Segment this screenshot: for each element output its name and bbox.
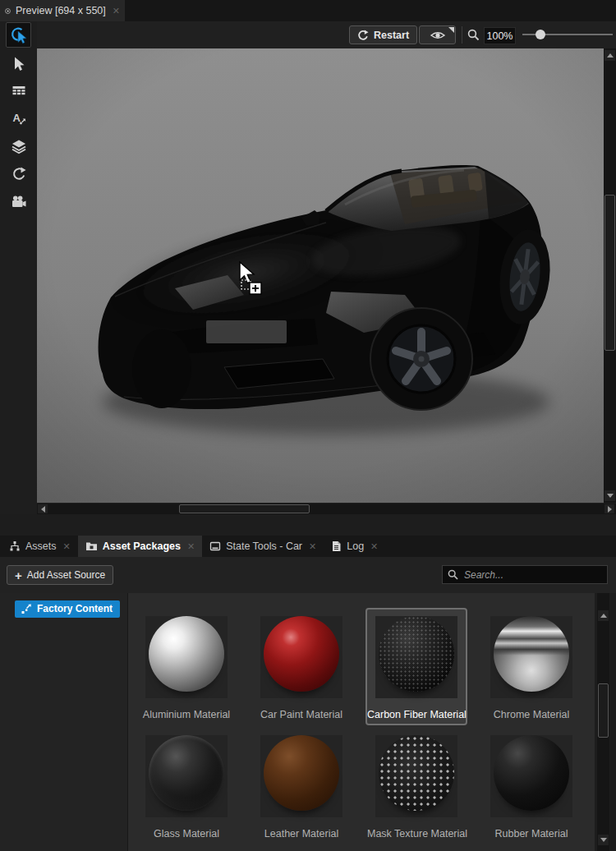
materials-scrollbar[interactable] [595, 593, 616, 851]
material-thumbnail [375, 735, 457, 817]
close-icon[interactable]: ✕ [63, 541, 71, 552]
preview-tab-title: Preview [694 x 550] [16, 5, 106, 16]
restart-button[interactable]: Restart [349, 25, 417, 44]
material-thumbnail [260, 616, 342, 698]
material-tile[interactable]: Car Paint Material [251, 608, 352, 725]
zoom-slider-handle[interactable] [536, 30, 545, 39]
redo-tool-button[interactable] [6, 161, 31, 186]
close-icon[interactable]: ✕ [370, 541, 378, 552]
camera-tool-button[interactable] [6, 189, 31, 214]
material-thumbnail [260, 735, 342, 817]
materials-scroll-thumb[interactable] [598, 683, 609, 738]
folder-icon [85, 540, 98, 552]
material-thumbnail [375, 616, 457, 698]
layers-icon [11, 138, 27, 154]
select-tool-button[interactable] [6, 51, 31, 76]
material-thumbnail [145, 616, 228, 698]
material-tile[interactable]: Glass Material [136, 727, 237, 844]
restart-label: Restart [374, 30, 409, 41]
material-tile[interactable]: Rubber Material [480, 727, 582, 844]
material-thumbnail [490, 616, 572, 698]
close-icon[interactable]: ✕ [113, 6, 120, 16]
add-asset-source-label: Add Asset Source [27, 569, 105, 581]
eye-icon [430, 30, 446, 41]
material-label: Glass Material [137, 828, 236, 840]
search-icon [448, 569, 458, 580]
material-label: Aluminium Material [137, 709, 236, 720]
material-tile[interactable]: Mask Texture Material [365, 727, 467, 844]
factory-content-label: Factory Content [37, 603, 113, 614]
select-arrow-icon [11, 56, 27, 72]
scroll-up-button[interactable] [605, 50, 615, 61]
table-view-button[interactable] [6, 78, 31, 104]
preview-tabbar: Preview [694 x 550] ✕ [0, 0, 616, 22]
viewport-canvas[interactable] [37, 48, 604, 503]
play-icon [5, 5, 11, 17]
close-icon[interactable]: ✕ [187, 541, 195, 552]
scroll-up-button[interactable] [598, 610, 609, 621]
material-label: Mask Texture Material [367, 828, 466, 840]
panel-divider-strip [0, 514, 616, 536]
window-icon [209, 540, 221, 552]
material-tile[interactable]: Chrome Material [480, 608, 582, 725]
glass-sphere [149, 735, 224, 811]
carpaint-sphere [264, 616, 339, 692]
text-translate-icon: A [11, 110, 27, 126]
tab-preview[interactable]: Preview [694 x 550] ✕ [0, 0, 125, 21]
masktexture-sphere [379, 735, 454, 811]
scroll-left-button[interactable] [38, 504, 48, 513]
aluminium-sphere [149, 616, 224, 692]
material-label: Car Paint Material [252, 709, 351, 720]
viewport-vscrollbar[interactable] [604, 48, 616, 503]
text-tool-button[interactable]: A [6, 105, 31, 131]
material-thumbnail [490, 735, 572, 817]
car-render [37, 48, 604, 503]
tab-state-tools-car[interactable]: State Tools - Car ✕ [202, 536, 324, 557]
material-label: Leather Material [252, 828, 351, 840]
rubber-sphere [494, 735, 569, 811]
close-icon[interactable]: ✕ [309, 541, 316, 552]
tool-rail: A [0, 21, 37, 514]
tab-asset-packages[interactable]: Asset Packages ✕ [78, 536, 202, 557]
tab-log[interactable]: Log ✕ [324, 536, 385, 557]
layers-tool-button[interactable] [6, 133, 31, 159]
material-tile[interactable]: Aluminium Material [136, 608, 237, 725]
tab-assets[interactable]: Assets ✕ [2, 536, 78, 557]
material-tile[interactable]: Carbon Fiber Material [365, 608, 467, 725]
visibility-button[interactable] [419, 25, 456, 44]
toolbar-separator [462, 26, 462, 44]
leather-sphere [264, 735, 339, 811]
svg-text:A: A [12, 111, 21, 123]
camera-icon [10, 193, 27, 210]
redo-arrow-icon [11, 166, 27, 182]
materials-grid: Aluminium MaterialCar Paint MaterialCarb… [136, 608, 582, 844]
tab-label: Assets [25, 540, 57, 552]
search-input[interactable] [462, 568, 602, 582]
asset-toolbar: + Add Asset Source [0, 557, 616, 593]
bottom-tabbar: Assets ✕ Asset Packages ✕ State Tools - … [0, 536, 616, 557]
chrome-sphere [494, 616, 569, 692]
vscroll-thumb[interactable] [605, 195, 615, 351]
material-label: Rubber Material [482, 828, 581, 840]
add-asset-source-button[interactable]: + Add Asset Source [7, 565, 113, 585]
table-view-icon [11, 83, 27, 99]
asset-source-sidebar: Factory Content [0, 593, 128, 851]
tab-label: Log [347, 540, 364, 552]
zoom-icon [467, 29, 480, 41]
search-box[interactable] [442, 565, 608, 584]
scroll-right-button[interactable] [605, 504, 614, 513]
zoom-slider[interactable] [522, 28, 613, 41]
material-label: Carbon Fiber Material [367, 709, 466, 720]
sidebar-item-factory-content[interactable]: Factory Content [15, 600, 120, 618]
material-thumbnail [145, 735, 228, 817]
tab-label: Asset Packages [103, 540, 181, 552]
assets-tree-icon [9, 540, 21, 552]
viewport-hscrollbar[interactable] [37, 504, 616, 514]
zoom-level-field[interactable] [484, 27, 516, 44]
scroll-down-button[interactable] [605, 490, 615, 501]
material-tile[interactable]: Leather Material [251, 727, 352, 844]
pick-tool-button[interactable] [6, 22, 31, 48]
pick-tool-icon [10, 26, 28, 44]
scroll-down-button[interactable] [598, 835, 609, 845]
hscroll-thumb[interactable] [179, 504, 310, 513]
